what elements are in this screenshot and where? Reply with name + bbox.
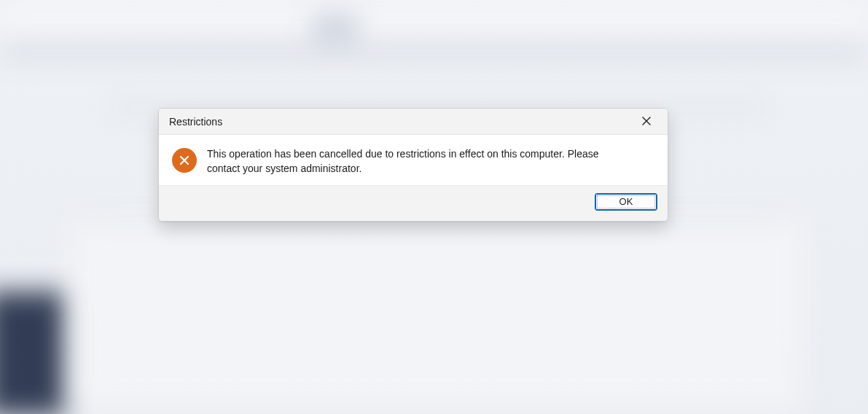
dialog-footer: OK	[159, 186, 668, 221]
close-button[interactable]	[631, 112, 662, 132]
dialog-title: Restrictions	[169, 116, 222, 128]
restrictions-dialog: Restrictions This operation has been can…	[158, 108, 668, 222]
ok-button[interactable]: OK	[595, 193, 657, 211]
close-icon	[642, 115, 651, 128]
dialog-titlebar: Restrictions	[159, 109, 668, 135]
error-icon	[172, 148, 197, 173]
dialog-message: This operation has been cancelled due to…	[207, 147, 615, 176]
dialog-content: This operation has been cancelled due to…	[159, 135, 668, 186]
